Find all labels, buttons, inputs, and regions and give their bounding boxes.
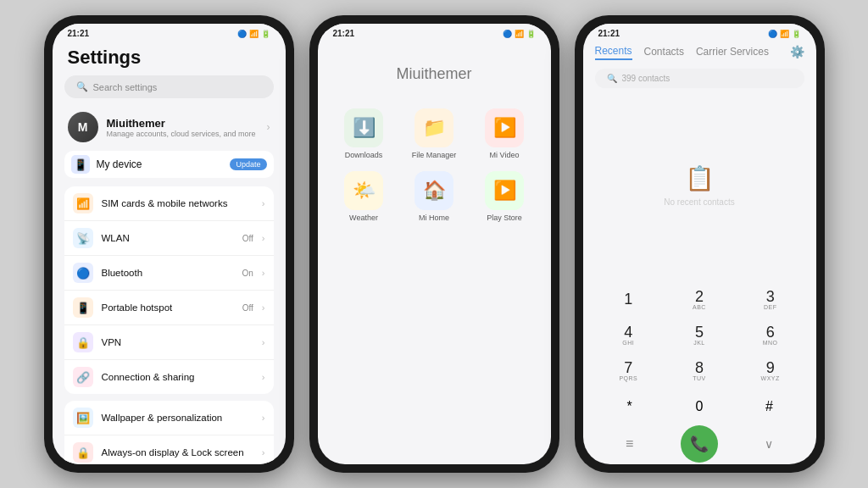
dial-key-hash[interactable]: # [734, 391, 804, 422]
app-play-store[interactable]: ▶️ Play Store [476, 171, 534, 222]
wlan-label: WLAN [102, 233, 234, 243]
call-btn-circle[interactable]: 📞 [681, 425, 718, 463]
dialer-screen: 21:21 🔵 📶 🔋 Recents Contacts Carrier Ser… [583, 24, 816, 464]
dial-key-star[interactable]: * [595, 391, 665, 422]
dial-key-2[interactable]: 2 ABC [665, 283, 733, 315]
bt-icon-2: 🔵 [503, 30, 512, 38]
lockscreen-icon: 🔒 [73, 442, 93, 463]
dialer-search-placeholder: 399 contacts [622, 74, 670, 83]
app-weather[interactable]: 🌤️ Weather [335, 171, 393, 222]
dialer-tabs: Recents Contacts Carrier Services ⚙️ [583, 40, 816, 64]
search-bar[interactable]: 🔍 Search settings [64, 75, 274, 98]
wallpaper-label: Wallpaper & personalization [102, 413, 253, 423]
tab-contacts[interactable]: Contacts [644, 44, 684, 59]
search-placeholder: Search settings [93, 82, 158, 92]
dial-key-9[interactable]: 9 WXYZ [737, 354, 804, 386]
settings-title: Settings [68, 47, 274, 69]
time-1: 21:21 [68, 29, 90, 38]
dial-menu-icon[interactable]: ≡ [595, 429, 665, 459]
signal-icon-2: 📶 [515, 30, 524, 38]
settings-item-bluetooth[interactable]: 🔵 Bluetooth On › [64, 256, 274, 291]
bluetooth-value: On [242, 269, 253, 278]
play-store-label: Play Store [487, 214, 522, 222]
app-file-manager[interactable]: 📁 File Manager [405, 108, 464, 159]
recent-empty-label: No recent contacts [664, 197, 734, 207]
profile-row[interactable]: M Miuithemer Manage accounts, cloud serv… [64, 107, 274, 147]
file-manager-icon: 📁 [415, 108, 453, 147]
dial-key-3[interactable]: 3 DEF [737, 283, 804, 315]
signal-icon: 📶 [249, 30, 259, 38]
play-store-icon: ▶️ [485, 171, 524, 210]
lockscreen-label: Always-on display & Lock screen [102, 447, 253, 458]
settings-item-hotspot[interactable]: 📱 Portable hotspot Off › [64, 291, 274, 325]
dial-call-row: ≡ 📞 ∨ [583, 427, 816, 464]
settings-section-personalization: 🖼️ Wallpaper & personalization › 🔒 Alway… [64, 401, 274, 464]
settings-item-lockscreen[interactable]: 🔒 Always-on display & Lock screen › [64, 435, 274, 464]
settings-item-connection[interactable]: 🔗 Connection & sharing › [64, 360, 274, 394]
dial-num-8: 8 [695, 360, 704, 375]
weather-label: Weather [349, 214, 378, 222]
settings-screen: 21:21 🔵 📶 🔋 Settings 🔍 Search settings M [53, 24, 286, 464]
tab-recents[interactable]: Recents [595, 43, 632, 60]
gear-icon[interactable]: ⚙️ [790, 45, 804, 58]
phone-home: 21:21 🔵 📶 🔋 Miuithemer ⬇️ Downloads 📁 [309, 15, 559, 473]
connection-icon: 🔗 [73, 367, 93, 387]
dial-num-4: 4 [624, 324, 632, 340]
wallpaper-chevron: › [262, 413, 265, 423]
dialer-search-icon: 🔍 [607, 74, 617, 83]
dial-num-7: 7 [624, 360, 632, 375]
settings-content: Settings 🔍 Search settings M Miuithemer … [53, 40, 286, 464]
mi-video-icon: ▶️ [485, 108, 524, 147]
profile-name: Miuithemer [107, 117, 259, 130]
connection-label: Connection & sharing [102, 372, 253, 382]
status-bar-3: 21:21 🔵 📶 🔋 [583, 24, 816, 40]
dial-key-8[interactable]: 8 TUV [665, 354, 733, 386]
dial-sub-9: WXYZ [761, 375, 780, 381]
lockscreen-chevron: › [262, 447, 265, 458]
my-device-icon: 📱 [71, 155, 90, 174]
app-mi-video[interactable]: ▶️ Mi Video [476, 108, 534, 159]
dial-expand-icon[interactable]: ∨ [734, 429, 804, 459]
phone-dialer: 21:21 🔵 📶 🔋 Recents Contacts Carrier Ser… [575, 15, 825, 473]
update-badge[interactable]: Update [230, 158, 266, 170]
home-username: Miuithemer [396, 65, 471, 83]
dial-key-4[interactable]: 4 GHI [595, 319, 663, 351]
dial-num-3: 3 [766, 289, 775, 304]
dial-key-5[interactable]: 5 JKL [665, 319, 733, 351]
bt-icon-3: 🔵 [768, 30, 777, 38]
dial-key-1[interactable]: 1 [595, 283, 663, 315]
home-screen: 21:21 🔵 📶 🔋 Miuithemer ⬇️ Downloads 📁 [318, 24, 551, 464]
dial-sub-8: TUV [693, 375, 706, 381]
dial-hash: # [765, 399, 773, 414]
dial-num-2: 2 [695, 289, 704, 304]
wlan-icon: 📡 [73, 228, 93, 248]
bluetooth-icon: 🔵 [73, 263, 93, 283]
profile-sub: Manage accounts, cloud services, and mor… [107, 130, 259, 138]
call-button[interactable]: 📞 [665, 429, 734, 459]
settings-item-sim[interactable]: 📶 SIM cards & mobile networks › [64, 186, 274, 221]
my-device-label: My device [97, 158, 224, 170]
settings-item-wlan[interactable]: 📡 WLAN Off › [64, 221, 274, 256]
dial-star: * [627, 399, 632, 414]
dial-key-0[interactable]: 0 [665, 391, 734, 422]
app-grid: ⬇️ Downloads 📁 File Manager ▶️ Mi Video … [326, 108, 542, 222]
time-2: 21:21 [333, 29, 355, 38]
battery-icon-3: 🔋 [792, 30, 801, 38]
status-icons-1: 🔵 📶 🔋 [237, 30, 270, 38]
status-bar-1: 21:21 🔵 📶 🔋 [53, 24, 286, 40]
dialer-search-bar[interactable]: 🔍 399 contacts [595, 69, 804, 88]
my-device-row[interactable]: 📱 My device Update [64, 151, 274, 178]
settings-item-vpn[interactable]: 🔒 VPN › [64, 325, 274, 360]
app-mi-home[interactable]: 🏠 Mi Home [405, 171, 464, 222]
settings-item-wallpaper[interactable]: 🖼️ Wallpaper & personalization › [64, 401, 274, 435]
status-icons-2: 🔵 📶 🔋 [503, 30, 536, 38]
menu-lines-icon: ≡ [626, 436, 633, 452]
profile-chevron: › [267, 121, 270, 133]
dial-num-5: 5 [695, 324, 704, 340]
vpn-chevron: › [262, 337, 265, 347]
app-downloads[interactable]: ⬇️ Downloads [335, 108, 393, 159]
dial-key-7[interactable]: 7 PQRS [595, 354, 663, 386]
tab-carrier-services[interactable]: Carrier Services [696, 44, 769, 59]
sim-icon: 📶 [73, 193, 93, 214]
dial-key-6[interactable]: 6 MNO [737, 319, 804, 351]
